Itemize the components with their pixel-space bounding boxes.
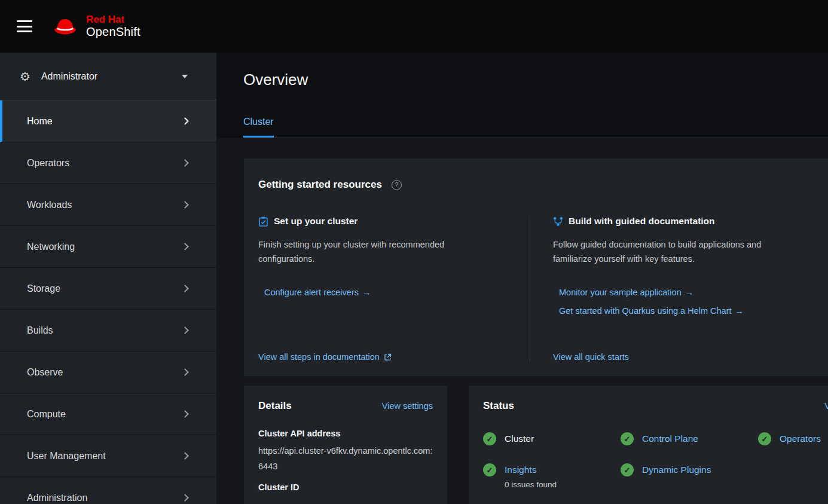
guided-documentation-body: Follow guided documentation to build app… [553,237,786,266]
chevron-right-icon [181,494,189,502]
details-title: Details [258,400,292,412]
getting-started-title: Getting started resources [258,179,382,191]
route-icon [553,216,563,227]
sidebar-item-builds[interactable]: Builds [0,310,216,352]
red-hat-icon [51,17,79,36]
sidebar-item-label: Compute [27,409,66,420]
sidebar-item-observe[interactable]: Observe [0,352,216,393]
view-settings-link[interactable]: View settings [382,401,433,411]
sidebar-item-label: Administration [27,493,87,503]
sidebar-item-operators[interactable]: Operators [0,142,216,184]
chevron-right-icon [181,159,189,167]
cluster-api-address-value: https://api.cluster-v6fkv.dynamic.opentl… [258,443,433,474]
main-content: Overview Cluster Getting started resourc… [216,53,828,504]
control-plane-link[interactable]: Control Plane [642,432,698,445]
brand-openshift: OpenShift [86,25,140,39]
monitor-sample-app-link[interactable]: Monitor your sample application→ [559,288,828,297]
external-link-icon [384,353,392,361]
chevron-right-icon [181,452,189,460]
details-card: Details View settings Cluster API addres… [244,386,447,504]
sidebar-item-label: Workloads [27,200,72,210]
caret-down-icon [182,75,188,78]
sidebar-nav: Home Operators Workloads Networking Stor… [0,100,216,504]
page-header: Overview Cluster [216,53,828,138]
configure-alert-receivers-link[interactable]: Configure alert receivers→ [264,288,506,297]
chevron-right-icon [181,410,189,418]
sidebar-item-label: User Management [27,451,106,462]
masthead: Red Hat OpenShift [0,0,828,53]
gear-icon: ⚙ [20,69,30,84]
chevron-right-icon [181,117,189,125]
sidebar-item-storage[interactable]: Storage [0,268,216,310]
check-circle-icon: ✓ [483,432,496,445]
check-circle-icon: ✓ [758,432,771,445]
setup-cluster-body: Finish setting up your cluster with reco… [258,237,491,266]
getting-started-card: Getting started resources ? Set up your … [244,158,828,376]
quarkus-helm-chart-link[interactable]: Get started with Quarkus using a Helm Ch… [559,306,828,316]
sidebar-item-administration[interactable]: Administration [0,477,216,504]
chevron-right-icon [181,243,189,251]
page-title: Overview [243,71,828,89]
guided-documentation-column: Build with guided documentation Follow g… [530,216,828,362]
status-title: Status [483,400,514,412]
check-circle-icon: ✓ [483,463,496,476]
guided-documentation-title: Build with guided documentation [569,216,715,227]
tab-bar: Cluster [243,117,828,138]
status-item-operators: ✓ Operators [758,432,828,445]
sidebar-item-home[interactable]: Home [0,100,216,142]
sidebar-item-workloads[interactable]: Workloads [0,184,216,226]
sidebar-item-label: Home [27,116,53,127]
checklist-icon [258,216,268,227]
chevron-right-icon [181,201,189,209]
arrow-right-icon: → [362,288,371,297]
view-alerts-link[interactable]: View alerts [824,401,828,411]
status-item-control-plane: ✓ Control Plane [621,432,758,445]
sidebar-item-user-management[interactable]: User Management [0,435,216,477]
sidebar-item-label: Storage [27,283,60,294]
sidebar-item-label: Builds [27,325,53,336]
status-item-insights: ✓ Insights 0 issues found [483,463,621,489]
status-item-cluster: ✓ Cluster [483,432,621,445]
chevron-right-icon [181,326,189,334]
sidebar-item-compute[interactable]: Compute [0,393,216,435]
setup-cluster-column: Set up your cluster Finish setting up yo… [258,216,530,362]
view-all-steps-link[interactable]: View all steps in documentation [258,352,380,362]
dynamic-plugins-link[interactable]: Dynamic Plugins [642,463,711,476]
view-all-quick-starts-link[interactable]: View all quick starts [553,352,629,362]
sidebar-item-networking[interactable]: Networking [0,226,216,268]
status-item-dynamic-plugins: ✓ Dynamic Plugins [621,463,758,489]
insights-link[interactable]: Insights [505,465,536,475]
chevron-right-icon [181,285,189,292]
perspective-label: Administrator [41,71,97,82]
nav-toggle-hamburger-icon[interactable] [17,20,32,32]
chevron-right-icon [181,368,189,376]
tab-cluster[interactable]: Cluster [243,117,274,138]
brand-text: Red Hat OpenShift [86,14,140,39]
sidebar-item-label: Networking [27,242,75,252]
setup-cluster-title: Set up your cluster [274,216,358,227]
sidebar-item-label: Observe [27,367,63,378]
perspective-switcher[interactable]: ⚙ Administrator [0,53,216,100]
sidebar: ⚙ Administrator Home Operators Workloads… [0,53,216,504]
arrow-right-icon: → [685,288,694,297]
cluster-id-label: Cluster ID [258,482,433,492]
check-circle-icon: ✓ [621,432,634,445]
check-circle-icon: ✓ [621,463,634,476]
cluster-api-address-label: Cluster API address [258,429,433,438]
dashboard: Getting started resources ? Set up your … [216,138,828,504]
brand-red-hat: Red Hat [86,14,140,26]
operators-link[interactable]: Operators [780,432,821,445]
brand-logo[interactable]: Red Hat OpenShift [51,14,140,39]
sidebar-item-label: Operators [27,158,69,169]
help-icon[interactable]: ? [392,180,402,190]
arrow-right-icon: → [735,306,744,316]
status-card: Status View alerts ✓ Cluster ✓ Control P… [469,386,828,504]
insights-issues-count: 0 issues found [505,480,557,489]
